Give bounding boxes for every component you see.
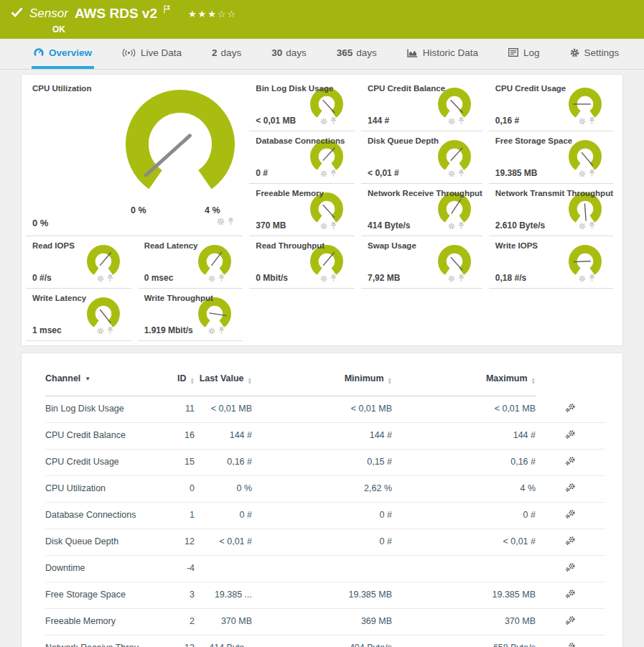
cell-id: 16 xyxy=(164,422,195,449)
column-header-id[interactable]: ID▲▼ xyxy=(164,373,195,396)
gauge-pin-icon[interactable] xyxy=(458,272,465,285)
channel-settings-gears-icon[interactable] xyxy=(565,615,576,628)
gauge-settings-gear-icon[interactable] xyxy=(579,115,586,128)
priority-stars[interactable]: ★★★☆☆ xyxy=(188,9,237,19)
column-header-minimum[interactable]: Minimum▲▼ xyxy=(252,373,392,396)
cell-channel: Bin Log Disk Usage xyxy=(45,396,164,423)
gauge-settings-gear-icon[interactable] xyxy=(97,325,104,338)
channel-settings-gears-icon[interactable] xyxy=(565,456,576,468)
tab-label: Overview xyxy=(49,47,92,58)
gauge-pin-icon[interactable] xyxy=(330,220,337,233)
gauge-pin-icon[interactable] xyxy=(458,220,465,233)
tab-live-data[interactable]: Live Data xyxy=(120,39,184,69)
gauge-settings-gear-icon[interactable] xyxy=(320,167,327,180)
status-check-icon xyxy=(11,7,23,20)
sensor-kind-label: Sensor xyxy=(29,6,68,21)
cell-last-value: 414 Byte... xyxy=(195,635,252,647)
gauge-settings-gear-icon[interactable] xyxy=(320,272,327,285)
cell-maximum: < 0,01 # xyxy=(392,529,536,555)
cell-channel: Freeable Memory xyxy=(45,608,164,635)
gauge-settings-gear-icon[interactable] xyxy=(448,272,455,285)
column-header-channel[interactable]: Channel▼ xyxy=(45,373,164,396)
tab-overview[interactable]: Overview xyxy=(32,39,94,69)
gauge-pin-icon[interactable] xyxy=(458,115,465,128)
flag-icon[interactable] xyxy=(164,4,170,17)
gauge-value: 0,18 #/s xyxy=(495,273,526,283)
gauge-settings-gear-icon[interactable] xyxy=(579,167,586,180)
gauge-title: Read IOPS xyxy=(32,241,131,250)
gauge-title: Read Latency xyxy=(144,241,243,250)
table-row: CPU Credit Usage150,16 #0,15 #0,16 # xyxy=(45,449,605,475)
tab-365-days[interactable]: 365days xyxy=(335,39,379,69)
gauge-pin-icon[interactable] xyxy=(107,325,113,338)
gauge-pin-icon[interactable] xyxy=(589,115,595,128)
gauge-icon xyxy=(34,47,44,57)
gauge-tile-read-latency: Read Latency0 msec xyxy=(138,236,243,289)
gauge-tile-write-iops: Write IOPS0,18 #/s xyxy=(489,236,613,289)
column-label: Maximum xyxy=(486,373,528,383)
cell-maximum: 0,16 # xyxy=(392,449,536,475)
cell-maximum: 4 % xyxy=(392,475,536,502)
gauge-pin-icon[interactable] xyxy=(589,167,595,180)
tab-30-days[interactable]: 30days xyxy=(269,39,309,69)
gauge-pin-icon[interactable] xyxy=(589,272,595,285)
cell-minimum: 144 # xyxy=(252,422,392,449)
gauge-pin-icon[interactable] xyxy=(458,167,465,180)
channel-settings-gears-icon[interactable] xyxy=(565,483,576,495)
cell-last-value: 0 # xyxy=(195,502,252,529)
gauge-value: 0 % xyxy=(32,218,48,228)
tab-2-days[interactable]: 2days xyxy=(210,39,243,69)
cell-last-value: < 0,01 MB xyxy=(195,396,252,423)
sort-icon: ▲▼ xyxy=(248,377,252,384)
cell-minimum: 369 MB xyxy=(252,608,392,635)
gauge-settings-gear-icon[interactable] xyxy=(208,272,215,285)
gauge-pin-icon[interactable] xyxy=(330,115,337,128)
channel-settings-gears-icon[interactable] xyxy=(565,403,576,415)
gauge-settings-gear-icon[interactable] xyxy=(217,215,225,228)
channel-settings-gears-icon[interactable] xyxy=(565,429,576,442)
tab-settings[interactable]: Settings xyxy=(568,39,622,69)
cell-minimum xyxy=(252,555,392,582)
gauge-settings-gear-icon[interactable] xyxy=(579,220,586,233)
channel-settings-gears-icon[interactable] xyxy=(565,589,576,601)
gauge-tile-free-storage-space: Free Storage Space19.385 MB xyxy=(489,131,613,184)
gauge-pin-icon[interactable] xyxy=(218,325,225,338)
gauge-settings-gear-icon[interactable] xyxy=(448,167,455,180)
gauge-settings-gear-icon[interactable] xyxy=(97,272,104,285)
sensor-title: AWS RDS v2 xyxy=(75,6,157,22)
gauge-tile-cpu-credit-usage: CPU Credit Usage0,16 # xyxy=(489,79,613,131)
gauge-title: CPU Credit Balance xyxy=(368,84,482,93)
gauge-settings-gear-icon[interactable] xyxy=(320,115,327,128)
tab-label: Log xyxy=(523,47,540,58)
cell-minimum: 404 Byte/s xyxy=(252,635,392,647)
gauge-pin-icon[interactable] xyxy=(228,215,234,228)
gauge-pin-icon[interactable] xyxy=(330,272,337,285)
cell-last-value: 0,16 # xyxy=(195,449,252,475)
column-header-maximum[interactable]: Maximum▲▼ xyxy=(392,373,536,396)
gauge-settings-gear-icon[interactable] xyxy=(448,220,455,233)
gauge-settings-gear-icon[interactable] xyxy=(320,220,327,233)
gauge-settings-gear-icon[interactable] xyxy=(579,272,586,285)
channel-settings-gears-icon[interactable] xyxy=(565,509,576,521)
cell-last-value: 370 MB xyxy=(195,608,252,635)
column-header-last-value[interactable]: Last Value▲▼ xyxy=(195,373,252,396)
tab-log[interactable]: Log xyxy=(506,39,542,69)
tab-historic-data[interactable]: Historic Data xyxy=(405,39,480,69)
gauge-settings-gear-icon[interactable] xyxy=(208,325,215,338)
channel-settings-gears-icon[interactable] xyxy=(565,562,576,574)
channel-settings-gears-icon[interactable] xyxy=(565,642,576,647)
gauge-pin-icon[interactable] xyxy=(589,220,595,233)
gauge-pin-icon[interactable] xyxy=(330,167,337,180)
gauge-value: < 0,01 # xyxy=(368,168,399,178)
gauge-title: Freeable Memory xyxy=(256,189,355,197)
channel-settings-gears-icon[interactable] xyxy=(565,536,576,548)
cell-last-value: 0 % xyxy=(195,475,252,502)
gauge-value: 414 Byte/s xyxy=(368,220,410,231)
cell-channel: CPU Utilization xyxy=(45,475,164,502)
gauge-tile-read-iops: Read IOPS0 #/s xyxy=(26,236,131,289)
log-icon xyxy=(508,48,518,57)
gauge-settings-gear-icon[interactable] xyxy=(448,115,455,128)
gauge-pin-icon[interactable] xyxy=(107,272,113,285)
sort-icon: ▲▼ xyxy=(388,377,392,384)
gauge-pin-icon[interactable] xyxy=(218,272,225,285)
